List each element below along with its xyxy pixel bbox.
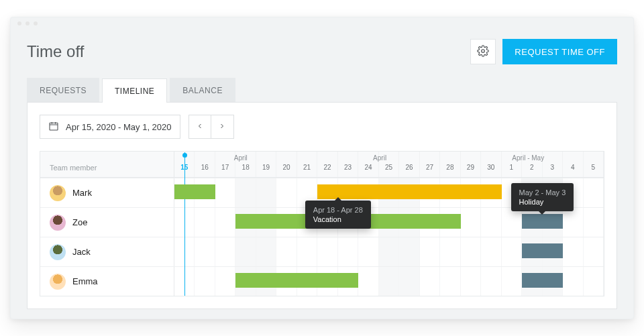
chevron-right-icon	[218, 122, 226, 132]
next-range-button[interactable]	[211, 115, 234, 139]
avatar	[50, 185, 66, 201]
tooltip-date: Apr 18 - Apr 28	[313, 206, 363, 214]
member-name: Emma	[72, 276, 98, 286]
avatar	[50, 244, 66, 260]
date-range-picker[interactable]: Apr 15, 2020 - May 1, 2020	[40, 115, 180, 139]
toolbar: Apr 15, 2020 - May 1, 2020	[28, 103, 616, 151]
chevron-left-icon	[196, 122, 204, 132]
table-row: Jack	[40, 237, 604, 266]
date-nav	[189, 115, 234, 139]
traffic-light-dot	[34, 21, 38, 25]
member-cell: Emma	[40, 267, 174, 296]
gantt-chart: Team member AprilAprilApril - May 151617…	[40, 151, 604, 296]
avatar	[50, 274, 66, 290]
tab-timeline[interactable]: TIMELINE	[102, 78, 167, 103]
gantt-body: MarkZoeJackEmmaApr 18 - Apr 28VacationMa…	[40, 178, 604, 296]
timeoff-bar[interactable]	[522, 243, 563, 258]
member-cell: Zoe	[40, 208, 174, 237]
month-label: April	[234, 154, 254, 162]
member-cell: Jack	[40, 237, 174, 266]
tooltip-label: Holiday	[519, 198, 566, 206]
member-name: Zoe	[72, 217, 87, 227]
svg-point-0	[482, 49, 485, 52]
gantt-header: Team member AprilAprilApril - May 151617…	[40, 152, 604, 178]
header: Time off REQUEST TIME OFF	[11, 30, 633, 78]
member-cell: Mark	[40, 178, 174, 207]
app-window: Time off REQUEST TIME OFF REQUESTSTIMELI…	[10, 17, 634, 319]
tabs: REQUESTSTIMELINEBALANCE	[11, 78, 633, 102]
tooltip: May 2 - May 3Holiday	[511, 183, 574, 211]
tooltip-label: Vacation	[313, 215, 363, 223]
page-title: Time off	[27, 42, 84, 61]
calendar-icon	[48, 121, 59, 133]
timeline-panel: Apr 15, 2020 - May 1, 2020 Team member	[27, 102, 617, 309]
timeoff-bar[interactable]	[522, 273, 563, 288]
tab-balance[interactable]: BALANCE	[170, 78, 235, 102]
tooltip-date: May 2 - May 3	[519, 188, 566, 197]
member-name: Mark	[72, 188, 92, 198]
table-row: Emma	[40, 266, 604, 296]
window-titlebar	[11, 17, 633, 30]
traffic-light-dot	[17, 21, 21, 25]
svg-rect-1	[50, 123, 58, 130]
traffic-light-dot	[25, 21, 30, 25]
month-label: April	[373, 154, 393, 162]
days-header: AprilAprilApril - May 151617181920212223…	[174, 152, 604, 177]
gear-icon	[477, 45, 489, 59]
month-label: April - May	[512, 154, 544, 162]
tab-requests[interactable]: REQUESTS	[27, 78, 99, 102]
timeoff-bar[interactable]	[317, 184, 501, 199]
timeoff-bar[interactable]	[522, 214, 563, 229]
header-actions: REQUEST TIME OFF	[470, 39, 617, 64]
gantt-track	[174, 267, 604, 296]
date-range-label: Apr 15, 2020 - May 1, 2020	[66, 122, 172, 132]
avatar	[50, 215, 66, 231]
timeoff-bar[interactable]	[174, 184, 215, 199]
tooltip: Apr 18 - Apr 28Vacation	[305, 201, 371, 229]
request-time-off-button[interactable]: REQUEST TIME OFF	[502, 39, 617, 64]
timeoff-bar[interactable]	[235, 273, 358, 288]
team-member-column-header: Team member	[40, 152, 174, 177]
member-name: Jack	[72, 247, 91, 257]
prev-range-button[interactable]	[189, 115, 211, 139]
gantt-track	[174, 237, 604, 266]
settings-button[interactable]	[470, 39, 496, 64]
